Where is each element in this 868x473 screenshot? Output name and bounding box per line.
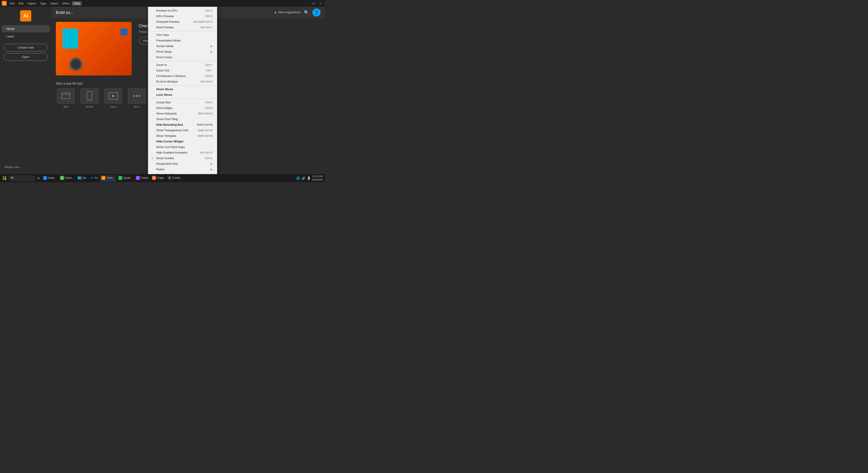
ie-icon: e (43, 176, 47, 180)
menu-gpu-preview[interactable]: GPU Preview Ctrl+E (148, 13, 217, 19)
svg-point-8 (138, 95, 141, 97)
taskbar-app-fontbase[interactable]: F FontB... (166, 175, 183, 181)
menu-screen-mode-label: Screen Mode (156, 44, 174, 48)
menu-overprint-preview[interactable]: Overprint Preview Alt+Shift+Ctrl+Y (148, 19, 217, 25)
menu-smart-guides[interactable]: Smart Guides Ctrl+U (148, 155, 217, 161)
menu-rulers[interactable]: Rulers ▶ (148, 166, 217, 172)
tray-network-icon[interactable]: 🌐 (296, 176, 300, 180)
taskbar-task-view[interactable]: ⧉ (36, 175, 41, 181)
menu-zoom-out[interactable]: Zoom Out Ctrl+- (148, 68, 217, 73)
tray-battery-icon[interactable]: 🔋 (306, 176, 311, 180)
template-video[interactable]: Video (103, 88, 123, 108)
taskbar-app-ai[interactable]: Ai Adob... (100, 175, 116, 181)
menu-show-edges[interactable]: Show Edges Ctrl+H (148, 105, 217, 111)
close-button[interactable]: ✕ (317, 1, 323, 6)
taskbar-app-ie[interactable]: e Adob... (42, 175, 58, 181)
menu-trim-view[interactable]: Trim View (148, 32, 217, 38)
minimize-button[interactable]: ─ (304, 1, 310, 6)
menu-select[interactable]: Select (49, 1, 60, 6)
menu-fit-artboard-label: Fit Artboard in Window (156, 74, 185, 78)
tray-volume-icon[interactable]: 🔊 (301, 176, 306, 180)
menu-hide-bounding-box[interactable]: Hide Bounding Box Shift+Ctrl+B (148, 122, 217, 127)
menu-zoom-in-label: Zoom In (156, 63, 167, 66)
taskbar-app-spotify[interactable]: ♪ Spotif... (117, 175, 134, 181)
menu-hide-bounding-box-shortcut: Shift+Ctrl+B (197, 123, 213, 126)
menu-effect[interactable]: Effect (61, 1, 71, 6)
maximize-button[interactable]: ⧉ (311, 1, 316, 6)
header-actions: ▲ Hide suggestions 🔍 👤 (274, 8, 320, 17)
create-new-button[interactable]: Create new (4, 44, 48, 51)
hide-suggestions-btn[interactable]: ▲ Hide suggestions (274, 10, 301, 14)
menu-fit-artboard[interactable]: Fit Artboard in Window Ctrl+0 (148, 73, 217, 79)
menu-show-transparency-grid-shortcut: Shift+Ctrl+D (198, 129, 213, 132)
taskbar-app-ps[interactable]: Ps Ps (88, 175, 99, 181)
menu-file[interactable]: File (8, 1, 16, 6)
menu-presentation-mode[interactable]: Presentation Mode (148, 38, 217, 43)
menu-perspective-grid[interactable]: Perspective Grid ▶ (148, 161, 217, 166)
taskbar-clock[interactable]: 12:59 PM 2/18/2020 (312, 175, 323, 182)
menu-view[interactable]: View (72, 1, 82, 6)
user-avatar[interactable]: 👤 (312, 8, 320, 17)
sidebar-item-home[interactable]: Home (2, 25, 50, 32)
menu-zoom-in[interactable]: Zoom In Ctrl++ (148, 62, 217, 68)
menu-proof-colors[interactable]: Proof Colors (148, 55, 217, 60)
menu-proof-setup-arrow: ▶ (211, 51, 213, 53)
menu-hide-bounding-box-label: Hide Bounding Box (156, 123, 183, 126)
menu-show-slices-label: Show Slices (156, 88, 173, 91)
menu-presentation-mode-label: Presentation Mode (156, 39, 181, 42)
start-button[interactable] (1, 175, 8, 181)
menu-show-text-threads[interactable]: Show Text Threads Shift+Ctrl+Y (148, 172, 217, 174)
svg-rect-12 (5, 178, 6, 180)
taskbar-spotify-label: Spotif... (123, 176, 132, 180)
menu-bar: File Edit Object Type Select Effect View (8, 1, 82, 6)
template-mobile[interactable]: Mobile (80, 88, 99, 108)
taskbar-dw-label: Dw (82, 176, 86, 180)
menu-lock-slices[interactable]: Lock Slices (148, 92, 217, 98)
title-bar-left: Ai File Edit Object Type Select Effect V… (2, 1, 82, 6)
template-more-label: More (134, 105, 140, 108)
dw-icon: Dw (78, 176, 82, 180)
menu-hide-corner-widget-label: Hide Corner Widget (156, 140, 183, 143)
sidebar-item-learn[interactable]: Learn (2, 33, 50, 40)
view-dropdown-menu: Preview on CPU Ctrl+Y GPU Preview Ctrl+E… (148, 7, 217, 174)
menu-actual-size[interactable]: Actual Size Ctrl+1 (148, 100, 217, 105)
menu-show-live-paint-gaps[interactable]: Show Live Paint Gaps (148, 144, 217, 150)
menu-type[interactable]: Type (38, 1, 48, 6)
card-decoration-teal (62, 29, 78, 49)
ai-icon: Ai (101, 176, 105, 180)
taskbar-app-dw[interactable]: Dw Dw (76, 175, 88, 181)
menu-pixel-preview-label: Pixel Preview (156, 26, 174, 29)
menu-show-print-tiling[interactable]: Show Print Tiling (148, 116, 217, 122)
template-more[interactable]: More (127, 88, 147, 108)
menu-pixel-preview[interactable]: Pixel Preview Alt+Ctrl+Y (148, 25, 217, 30)
taskbar-tray: 🌐 🔊 🔋 12:59 PM 2/18/2020 (296, 175, 323, 182)
menu-show-slices[interactable]: Show Slices (148, 86, 217, 92)
menu-section-zoom: Zoom In Ctrl++ Zoom Out Ctrl+- Fit Artbo… (148, 61, 217, 86)
menu-show-artboards[interactable]: Show Artboards Shift+Ctrl+H (148, 111, 217, 116)
sidebar-whats-new[interactable]: What's new (0, 163, 51, 171)
open-button[interactable]: Open (4, 53, 48, 61)
menu-proof-setup[interactable]: Proof Setup ▶ (148, 49, 217, 55)
search-button[interactable]: 🔍 (304, 10, 309, 15)
menu-preview-cpu[interactable]: Preview on CPU Ctrl+Y (148, 8, 217, 13)
menu-gpu-preview-shortcut: Ctrl+E (205, 15, 213, 18)
menu-object[interactable]: Object (26, 1, 38, 6)
menu-hide-corner-widget[interactable]: Hide Corner Widget (148, 138, 217, 144)
taskbar-app-origin[interactable]: O Origin (151, 175, 165, 181)
menu-show-template[interactable]: Show Template Shift+Ctrl+W (148, 133, 217, 138)
chevron-up-icon: ▲ (274, 10, 277, 14)
template-video-thumb (104, 88, 122, 103)
taskbar-app-chrome[interactable]: G Solve... (59, 175, 75, 181)
menu-edit[interactable]: Edit (17, 1, 25, 6)
taskbar-search[interactable]: 🔍 (8, 176, 35, 181)
title-bar-right: ─ ⧉ ✕ (304, 1, 323, 6)
menu-fit-all[interactable]: Fit All in Window Alt+Ctrl+0 (148, 79, 217, 84)
menu-overprint-preview-shortcut: Alt+Shift+Ctrl+Y (193, 20, 213, 24)
menu-show-transparency-grid[interactable]: Show Transparency Grid Shift+Ctrl+D (148, 127, 217, 133)
template-web[interactable]: Web (56, 88, 76, 108)
menu-fit-all-label: Fit All in Window (156, 80, 178, 83)
menu-proof-setup-label: Proof Setup (156, 50, 172, 53)
taskbar-app-twitch[interactable]: t Twitch (134, 175, 150, 181)
menu-screen-mode[interactable]: Screen Mode ▶ (148, 43, 217, 49)
menu-hide-gradient-annotator[interactable]: Hide Gradient Annotator Alt+Ctrl+G (148, 150, 217, 155)
